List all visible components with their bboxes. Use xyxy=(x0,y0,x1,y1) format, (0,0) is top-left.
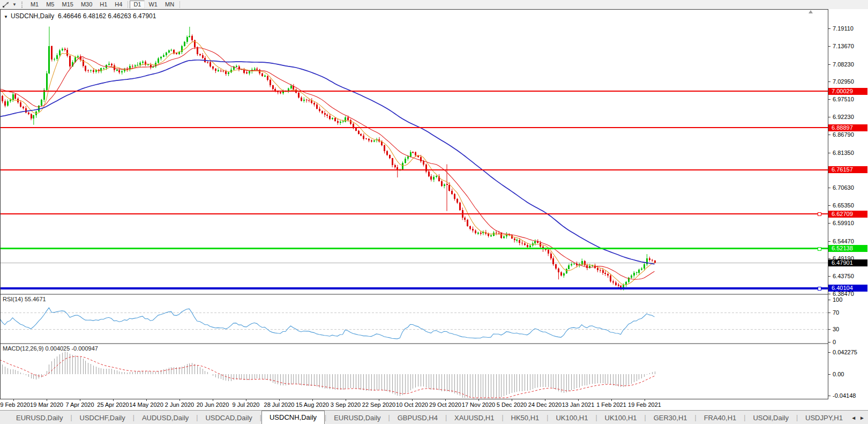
bull-candle xyxy=(62,49,63,51)
line-end-handle[interactable] xyxy=(818,212,821,216)
tab-scroll-left-icon[interactable]: ◄ xyxy=(851,415,856,421)
price-tick-label: 7.19110 xyxy=(833,25,854,32)
chart-cursor-tool[interactable]: ▼ xyxy=(0,0,19,9)
date-label: 28 Jul 2020 xyxy=(264,401,295,408)
bear-candle xyxy=(220,71,222,71)
date-tick-mark xyxy=(346,399,346,401)
timeframe-button-m15[interactable]: M15 xyxy=(58,1,77,9)
bull-candle xyxy=(303,100,305,101)
bear-candle xyxy=(392,158,393,165)
line-end-handle[interactable] xyxy=(818,287,821,291)
chart-tab-usdcad-daily[interactable]: USDCAD,Daily xyxy=(198,412,259,424)
date-tick-mark xyxy=(246,399,246,401)
bear-candle xyxy=(584,261,586,265)
price-axis[interactable]: 7.191107.136707.082307.029506.975106.922… xyxy=(828,9,868,410)
bull-candle xyxy=(121,71,123,72)
bear-candle xyxy=(586,265,588,268)
chart-title: ▼USDCNH,Daily 6.46646 6.48162 6.46263 6.… xyxy=(4,12,156,20)
bear-candle xyxy=(261,73,263,76)
price-tick-mark xyxy=(828,64,830,65)
bear-candle xyxy=(355,128,357,130)
chart-tab-gbpusd-h4[interactable]: GBPUSD,H4 xyxy=(390,412,445,424)
bear-candle xyxy=(118,70,120,72)
date-label: 29 Oct 2020 xyxy=(429,401,461,408)
bull-candle xyxy=(529,246,531,247)
bull-candle xyxy=(7,101,9,106)
macd-canvas[interactable] xyxy=(1,344,828,399)
chart-tab-ger30-h1[interactable]: GER30,H1 xyxy=(646,412,695,424)
bull-candle xyxy=(160,57,162,58)
date-tick-mark xyxy=(412,399,413,401)
chart-tab-uk100-h1[interactable]: UK100,H1 xyxy=(548,412,595,424)
price-tick-label: 6.54470 xyxy=(833,238,854,244)
chart-tab-usdjpy-h1[interactable]: USDJPY,H1 xyxy=(798,412,850,424)
timeframe-button-w1[interactable]: W1 xyxy=(145,1,161,9)
line-end-handle[interactable] xyxy=(818,247,821,251)
rsi-canvas[interactable] xyxy=(1,295,828,343)
macd-tick-mark xyxy=(828,396,830,396)
timeframe-button-mn[interactable]: MN xyxy=(161,1,178,9)
bear-candle xyxy=(267,76,268,80)
bear-candle xyxy=(514,239,515,241)
bear-candle xyxy=(215,69,216,71)
bull-candle xyxy=(249,71,250,73)
date-tick-mark xyxy=(611,399,612,401)
toolbar-grip xyxy=(21,2,24,8)
bear-candle xyxy=(358,131,360,134)
date-axis[interactable]: 29 Feb 202019 Mar 20207 Apr 202025 Apr 2… xyxy=(0,399,868,410)
timeframe-buttons: M1M5M15M30H1H4D1W1MN xyxy=(27,1,182,9)
chart-shift-marker[interactable] xyxy=(809,10,813,13)
price-tick-label: 6.86790 xyxy=(833,131,854,138)
date-label: 7 Apr 2020 xyxy=(65,401,94,408)
rsi-tick-label: 0 xyxy=(833,339,836,345)
bear-candle xyxy=(423,161,424,165)
chart-tab-usdcnh-daily[interactable]: USDCNH,Daily xyxy=(261,411,325,424)
bear-candle xyxy=(350,120,351,124)
timeframe-button-m30[interactable]: M30 xyxy=(77,1,96,9)
bull-candle xyxy=(571,264,572,265)
bear-candle xyxy=(313,103,315,105)
bear-candle xyxy=(326,115,328,116)
chart-tab-audusd-daily[interactable]: AUDUSD,Daily xyxy=(134,412,196,424)
price-tick-label: 6.97510 xyxy=(833,96,854,102)
bull-candle xyxy=(490,235,492,236)
date-tick-mark xyxy=(445,399,446,401)
macd-tick-label: 0.00 xyxy=(833,371,844,377)
price-tick-mark xyxy=(828,99,830,100)
price-tick-mark xyxy=(828,223,830,224)
date-tick-mark xyxy=(578,399,579,401)
bear-candle xyxy=(550,254,552,258)
price-tick-mark xyxy=(828,153,830,153)
bear-candle xyxy=(615,282,617,285)
moving-average-line-14 xyxy=(1,48,654,279)
chart-tab-fra40-h1[interactable]: FRA40,H1 xyxy=(697,412,744,424)
date-label: 20 Jun 2020 xyxy=(197,401,229,408)
price-line-badge: 6.47901 xyxy=(828,259,867,266)
timeframe-button-h4[interactable]: H4 xyxy=(111,1,126,9)
chart-tab-usoil-daily[interactable]: USOil,Daily xyxy=(745,412,796,424)
chart-tab-eurusd-daily[interactable]: EURUSD,Daily xyxy=(9,412,70,424)
bear-candle xyxy=(558,269,559,272)
price-tick-label: 6.70630 xyxy=(833,184,854,191)
price-chart-canvas[interactable] xyxy=(1,10,828,294)
date-label: 9 Jul 2020 xyxy=(233,401,260,408)
bear-candle xyxy=(272,85,274,89)
chevron-down-icon[interactable]: ▼ xyxy=(12,2,17,7)
collapse-icon[interactable]: ▼ xyxy=(4,14,8,19)
timeframe-button-d1[interactable]: D1 xyxy=(130,1,145,9)
bull-candle xyxy=(184,42,185,46)
tab-scroll-right-icon[interactable]: ► xyxy=(859,415,865,421)
chart-tab-usdchf-daily[interactable]: USDCHF,Daily xyxy=(72,412,133,424)
timeframe-button-m1[interactable]: M1 xyxy=(27,1,42,9)
tab-strip: EURUSD,Daily|USDCHF,Daily|AUDUSD,Daily|U… xyxy=(0,411,850,424)
bear-candle xyxy=(66,50,68,56)
chart-tab-eurusd-daily[interactable]: EURUSD,Daily xyxy=(326,412,388,424)
timeframe-button-h1[interactable]: H1 xyxy=(96,1,111,9)
timeframe-button-m5[interactable]: M5 xyxy=(42,1,58,9)
bear-candle xyxy=(475,230,476,233)
chart-tab-xauusd-h1[interactable]: XAUUSD,H1 xyxy=(447,412,502,424)
chart-tab-hk50-h1[interactable]: HK50,H1 xyxy=(504,412,547,424)
chart-cursor-icon xyxy=(2,1,10,8)
bear-candle xyxy=(225,71,227,74)
chart-tab-uk100-h1[interactable]: UK100,H1 xyxy=(597,412,645,424)
